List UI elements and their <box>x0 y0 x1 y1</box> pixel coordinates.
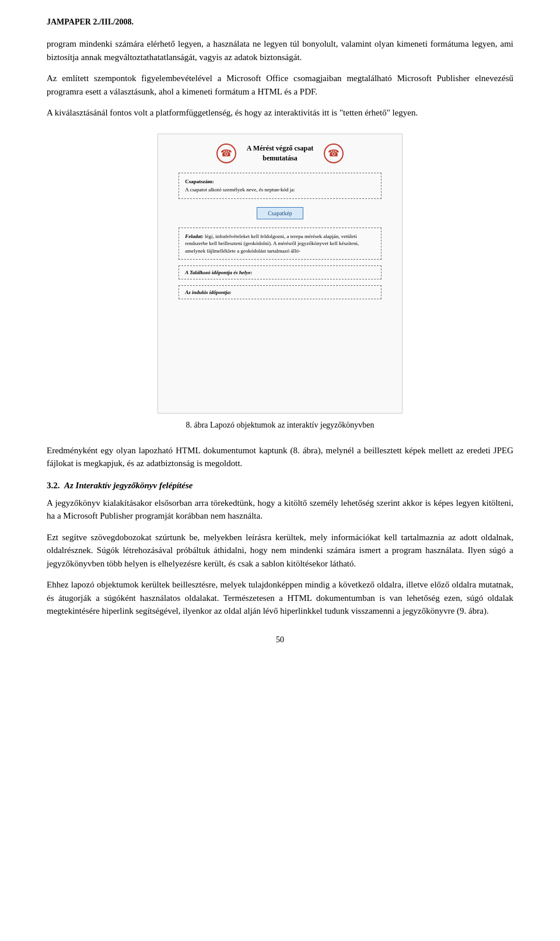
figure-8: ☎ A Mérést végző csapat bemutatása ☎ Csa… <box>47 134 513 430</box>
task-text: légi, infrafelvételeket kell feldolgozni… <box>185 233 359 254</box>
figure-title-row: ☎ A Mérést végző csapat bemutatása ☎ <box>167 144 393 163</box>
team-content: A csapatot alkotó személyek neve, és nep… <box>185 186 374 194</box>
paragraph-2: Az említett szempontok figyelembevételév… <box>47 72 513 98</box>
page-number: 50 <box>47 635 513 645</box>
journal-title: JAMPAPER 2./III./2008. <box>47 18 134 26</box>
team-label: Csapatszám: <box>185 178 374 186</box>
phone-icon-right: ☎ <box>324 144 344 163</box>
task-box: Feladat: légi, infrafelvételeket kell fe… <box>178 228 381 260</box>
figure-document-title: A Mérést végző csapat bemutatása <box>247 144 313 163</box>
paragraph-7: Ehhez lapozó objektumok kerültek beilles… <box>47 578 513 618</box>
paragraph-6: Ezt segítve szövegdobozokat szúrtunk be,… <box>47 531 513 571</box>
team-number-box: Csapatszám: A csapatot alkotó személyek … <box>178 173 381 199</box>
figure-document: ☎ A Mérést végző csapat bemutatása ☎ Csa… <box>158 134 402 414</box>
team-photo-button[interactable]: Csapatkép <box>257 207 303 219</box>
paragraph-1: program mindenki számára elérhető legyen… <box>47 37 513 64</box>
meeting-box: A Találkozó időpontja és helye: <box>178 265 381 279</box>
section-heading-3-2: 3.2. Az Interaktív jegyzőkönyv felépítés… <box>47 481 513 491</box>
phone-icon-left: ☎ <box>216 144 236 163</box>
paragraph-5: A jegyzőkönyv kialakításakor elsősorban … <box>47 496 513 523</box>
task-label: Feladat: <box>185 233 204 239</box>
paragraph-4: Eredményként egy olyan lapozható HTML do… <box>47 444 513 470</box>
paragraph-3: A kiválasztásánál fontos volt a platform… <box>47 106 513 120</box>
meeting-label: A Találkozó időpontja és helye: <box>185 270 252 275</box>
figure-caption: 8. ábra Lapozó objektumok az interaktív … <box>186 421 374 430</box>
page-header: JAMPAPER 2./III./2008. <box>47 18 513 27</box>
departure-box: Az indulás időpontja: <box>178 285 381 299</box>
departure-label: Az indulás időpontja: <box>185 289 232 295</box>
page-container: JAMPAPER 2./III./2008. program mindenki … <box>0 0 560 941</box>
